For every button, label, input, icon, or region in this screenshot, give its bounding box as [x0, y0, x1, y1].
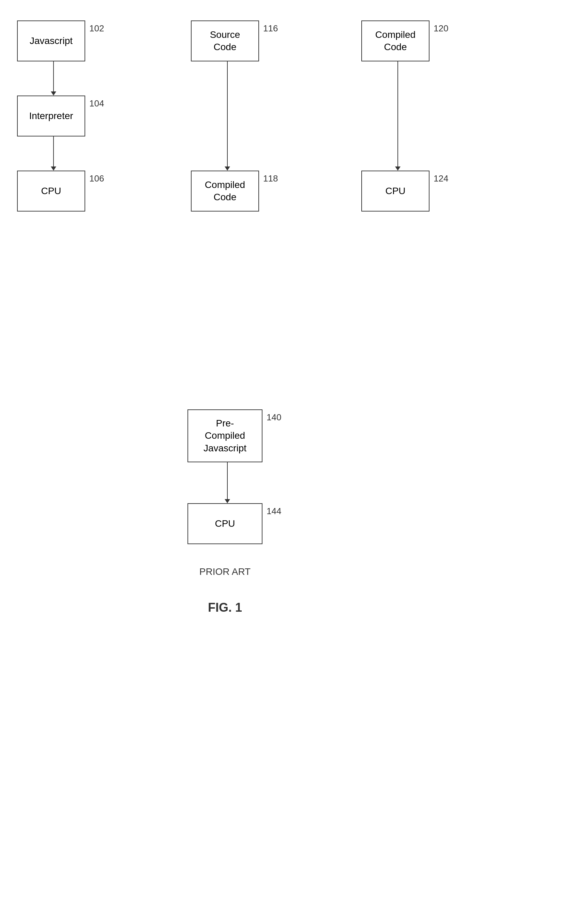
- ref-144: 144: [267, 506, 281, 517]
- interpreter-box: Interpreter: [17, 96, 85, 136]
- ref-140: 140: [267, 412, 281, 423]
- ref-116: 116: [263, 23, 278, 34]
- prior-art-label: PRIOR ART: [181, 566, 269, 577]
- ref-120: 120: [434, 23, 448, 34]
- arrow-interpreter-to-cpu: [51, 136, 56, 170]
- pre-compiled-js-box: Pre- Compiled Javascript: [187, 410, 262, 462]
- javascript-box: Javascript: [17, 21, 85, 62]
- arrow-source-to-compiled: [225, 62, 230, 170]
- cpu-box-col4: CPU: [187, 503, 262, 544]
- arrow-js-to-interpreter: [51, 62, 56, 96]
- cpu-box-col3: CPU: [361, 170, 430, 212]
- compiled-code-box-col2: Compiled Code: [191, 170, 259, 212]
- ref-118: 118: [263, 173, 278, 184]
- compiled-code-box-col3: Compiled Code: [361, 21, 430, 62]
- arrow-compiled-to-cpu-col3: [395, 62, 401, 170]
- arrow-precompiled-to-cpu: [225, 462, 230, 503]
- ref-124: 124: [434, 173, 448, 184]
- ref-104: 104: [89, 98, 104, 109]
- source-code-box: Source Code: [191, 21, 259, 62]
- ref-102: 102: [89, 23, 104, 34]
- ref-106: 106: [89, 173, 104, 184]
- cpu-box-col1: CPU: [17, 170, 85, 212]
- figure-label: FIG. 1: [174, 601, 276, 615]
